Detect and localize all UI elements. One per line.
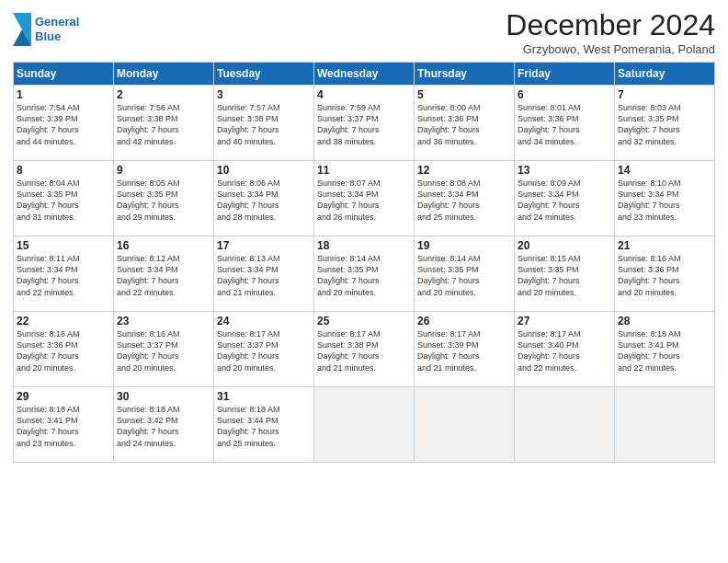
calendar-cell: 20Sunrise: 8:15 AM Sunset: 3:35 PM Dayli…	[515, 236, 615, 312]
day-info: Sunrise: 8:18 AM Sunset: 3:41 PM Dayligh…	[618, 328, 711, 373]
weekday-header-saturday: Saturday	[615, 63, 715, 86]
calendar-cell: 9Sunrise: 8:05 AM Sunset: 3:35 PM Daylig…	[114, 161, 214, 236]
calendar-cell: 19Sunrise: 8:14 AM Sunset: 3:35 PM Dayli…	[415, 236, 515, 312]
calendar-cell: 21Sunrise: 8:16 AM Sunset: 3:36 PM Dayli…	[615, 236, 715, 312]
calendar-cell: 24Sunrise: 8:17 AM Sunset: 3:37 PM Dayli…	[214, 312, 314, 387]
calendar-cell: 11Sunrise: 8:07 AM Sunset: 3:34 PM Dayli…	[314, 161, 415, 236]
calendar-cell: 3Sunrise: 7:57 AM Sunset: 3:38 PM Daylig…	[214, 86, 314, 161]
weekday-header-row: SundayMondayTuesdayWednesdayThursdayFrid…	[14, 63, 715, 86]
month-title: December 2024	[506, 9, 715, 41]
day-info: Sunrise: 8:07 AM Sunset: 3:34 PM Dayligh…	[317, 178, 411, 223]
calendar-cell: 1Sunrise: 7:54 AM Sunset: 3:39 PM Daylig…	[14, 86, 114, 161]
header: General Blue December 2024 Grzybowo, Wes…	[13, 9, 715, 56]
day-info: Sunrise: 8:16 AM Sunset: 3:37 PM Dayligh…	[117, 328, 210, 373]
weekday-header-monday: Monday	[114, 63, 214, 86]
day-info: Sunrise: 8:08 AM Sunset: 3:34 PM Dayligh…	[417, 178, 511, 223]
day-info: Sunrise: 8:16 AM Sunset: 3:36 PM Dayligh…	[618, 253, 711, 298]
day-info: Sunrise: 8:17 AM Sunset: 3:39 PM Dayligh…	[417, 328, 511, 373]
calendar-cell: 28Sunrise: 8:18 AM Sunset: 3:41 PM Dayli…	[615, 312, 715, 387]
day-info: Sunrise: 8:10 AM Sunset: 3:34 PM Dayligh…	[618, 178, 711, 223]
day-info: Sunrise: 8:05 AM Sunset: 3:35 PM Dayligh…	[117, 178, 210, 223]
day-info: Sunrise: 8:17 AM Sunset: 3:40 PM Dayligh…	[518, 328, 611, 373]
calendar-row-1: 1Sunrise: 7:54 AM Sunset: 3:39 PM Daylig…	[14, 86, 715, 161]
logo-triangle-icon	[13, 13, 31, 46]
weekday-header-sunday: Sunday	[14, 63, 114, 86]
day-info: Sunrise: 7:57 AM Sunset: 3:38 PM Dayligh…	[217, 102, 311, 147]
day-number: 29	[17, 390, 110, 403]
logo: General Blue	[13, 13, 79, 46]
calendar-cell: 26Sunrise: 8:17 AM Sunset: 3:39 PM Dayli…	[415, 312, 515, 387]
calendar-row-4: 22Sunrise: 8:16 AM Sunset: 3:36 PM Dayli…	[14, 312, 715, 387]
calendar-row-3: 15Sunrise: 8:11 AM Sunset: 3:34 PM Dayli…	[14, 236, 715, 312]
day-number: 17	[217, 239, 311, 252]
day-number: 3	[217, 88, 311, 101]
day-info: Sunrise: 8:12 AM Sunset: 3:34 PM Dayligh…	[117, 253, 210, 298]
title-block: December 2024 Grzybowo, West Pomerania, …	[506, 9, 715, 56]
day-number: 13	[518, 164, 611, 177]
day-info: Sunrise: 8:16 AM Sunset: 3:36 PM Dayligh…	[17, 328, 110, 373]
day-number: 22	[17, 315, 110, 327]
calendar-cell: 27Sunrise: 8:17 AM Sunset: 3:40 PM Dayli…	[515, 312, 615, 387]
calendar-cell: 14Sunrise: 8:10 AM Sunset: 3:34 PM Dayli…	[615, 161, 715, 236]
calendar-cell: 6Sunrise: 8:01 AM Sunset: 3:36 PM Daylig…	[515, 86, 615, 161]
calendar-cell: 23Sunrise: 8:16 AM Sunset: 3:37 PM Dayli…	[114, 312, 214, 387]
day-number: 9	[117, 164, 210, 177]
day-number: 7	[618, 88, 711, 101]
calendar-cell: 7Sunrise: 8:03 AM Sunset: 3:35 PM Daylig…	[615, 86, 715, 161]
calendar-cell: 2Sunrise: 7:56 AM Sunset: 3:38 PM Daylig…	[114, 86, 214, 161]
day-info: Sunrise: 8:09 AM Sunset: 3:34 PM Dayligh…	[518, 178, 611, 223]
day-number: 11	[317, 164, 411, 177]
calendar-cell	[615, 387, 715, 463]
day-info: Sunrise: 8:14 AM Sunset: 3:35 PM Dayligh…	[417, 253, 511, 298]
page-container: General Blue December 2024 Grzybowo, Wes…	[0, 0, 728, 468]
day-number: 6	[518, 88, 611, 101]
day-number: 8	[17, 164, 110, 177]
day-info: Sunrise: 8:06 AM Sunset: 3:34 PM Dayligh…	[217, 178, 311, 223]
day-number: 10	[217, 164, 311, 177]
calendar-cell: 31Sunrise: 8:18 AM Sunset: 3:44 PM Dayli…	[214, 387, 314, 463]
day-info: Sunrise: 8:14 AM Sunset: 3:35 PM Dayligh…	[317, 253, 411, 298]
calendar-cell: 17Sunrise: 8:13 AM Sunset: 3:34 PM Dayli…	[214, 236, 314, 312]
calendar: SundayMondayTuesdayWednesdayThursdayFrid…	[13, 62, 715, 463]
day-number: 19	[417, 239, 511, 252]
day-number: 2	[117, 88, 210, 101]
day-number: 12	[417, 164, 511, 177]
weekday-header-thursday: Thursday	[415, 63, 515, 86]
day-info: Sunrise: 8:01 AM Sunset: 3:36 PM Dayligh…	[518, 102, 611, 147]
day-info: Sunrise: 8:18 AM Sunset: 3:41 PM Dayligh…	[17, 404, 110, 449]
calendar-cell	[314, 387, 415, 463]
day-info: Sunrise: 8:04 AM Sunset: 3:35 PM Dayligh…	[17, 178, 110, 223]
day-info: Sunrise: 7:54 AM Sunset: 3:39 PM Dayligh…	[17, 102, 110, 147]
day-info: Sunrise: 7:56 AM Sunset: 3:38 PM Dayligh…	[117, 102, 210, 147]
calendar-cell: 22Sunrise: 8:16 AM Sunset: 3:36 PM Dayli…	[14, 312, 114, 387]
calendar-cell: 25Sunrise: 8:17 AM Sunset: 3:38 PM Dayli…	[314, 312, 415, 387]
day-number: 28	[618, 315, 711, 327]
day-number: 16	[117, 239, 210, 252]
day-info: Sunrise: 8:17 AM Sunset: 3:37 PM Dayligh…	[217, 328, 311, 373]
calendar-cell: 13Sunrise: 8:09 AM Sunset: 3:34 PM Dayli…	[515, 161, 615, 236]
calendar-row-2: 8Sunrise: 8:04 AM Sunset: 3:35 PM Daylig…	[14, 161, 715, 236]
day-info: Sunrise: 8:00 AM Sunset: 3:36 PM Dayligh…	[417, 102, 511, 147]
calendar-cell: 18Sunrise: 8:14 AM Sunset: 3:35 PM Dayli…	[314, 236, 415, 312]
calendar-cell	[515, 387, 615, 463]
day-number: 23	[117, 315, 210, 327]
day-number: 1	[17, 88, 110, 101]
day-info: Sunrise: 8:13 AM Sunset: 3:34 PM Dayligh…	[217, 253, 311, 298]
calendar-cell: 30Sunrise: 8:18 AM Sunset: 3:42 PM Dayli…	[114, 387, 214, 463]
day-number: 26	[417, 315, 511, 327]
calendar-cell: 15Sunrise: 8:11 AM Sunset: 3:34 PM Dayli…	[14, 236, 114, 312]
day-number: 25	[317, 315, 411, 327]
weekday-header-wednesday: Wednesday	[314, 63, 415, 86]
logo-wordmark: General Blue	[35, 15, 79, 43]
day-info: Sunrise: 8:18 AM Sunset: 3:42 PM Dayligh…	[117, 404, 210, 449]
day-number: 20	[518, 239, 611, 252]
calendar-cell: 8Sunrise: 8:04 AM Sunset: 3:35 PM Daylig…	[14, 161, 114, 236]
day-number: 21	[618, 239, 711, 252]
location: Grzybowo, West Pomerania, Poland	[506, 42, 715, 56]
weekday-header-friday: Friday	[515, 63, 615, 86]
day-number: 15	[17, 239, 110, 252]
calendar-cell	[415, 387, 515, 463]
day-info: Sunrise: 7:59 AM Sunset: 3:37 PM Dayligh…	[317, 102, 411, 147]
day-number: 27	[518, 315, 611, 327]
calendar-cell: 4Sunrise: 7:59 AM Sunset: 3:37 PM Daylig…	[314, 86, 415, 161]
